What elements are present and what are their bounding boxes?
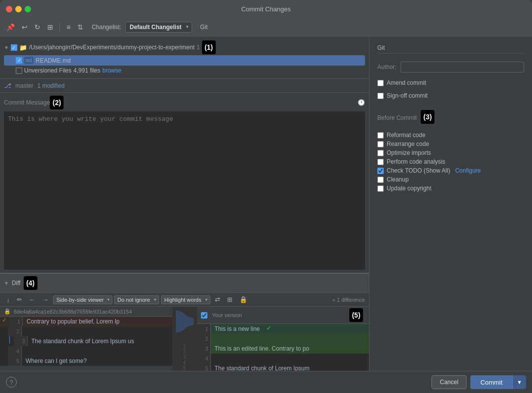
ignore-dropdown-wrapper: Do not ignore	[114, 295, 159, 304]
configure-link[interactable]: Configure	[455, 167, 481, 174]
rearrange-label[interactable]: Rearrange code	[387, 141, 429, 147]
diff-lock-button[interactable]: 🔒	[237, 295, 250, 304]
collapse-button[interactable]: ⇅	[75, 22, 86, 33]
undo-button[interactable]: ↩	[19, 22, 30, 33]
bottom-right: Cancel Commit ▼	[432, 375, 526, 389]
root-path: /Users/jahongirr/DevExperiments/dummy-pr…	[29, 44, 195, 51]
optimize-checkbox[interactable]	[377, 150, 384, 156]
cancel-button[interactable]: Cancel	[432, 375, 466, 389]
diff-edit-button[interactable]: ✏	[14, 295, 25, 304]
amend-commit-row: Amend commit	[377, 78, 524, 87]
cleanup-label[interactable]: Cleanup	[387, 176, 409, 183]
tree-root-row: ▼ ✓ 📁 /Users/jahongirr/DevExperiments/du…	[4, 39, 365, 55]
help-button[interactable]: ?	[6, 377, 17, 388]
git-tab[interactable]: Git	[200, 24, 207, 31]
history-icon[interactable]: 🕐	[358, 99, 365, 106]
optimize-label[interactable]: Optimize imports	[387, 149, 431, 156]
diff-left-button[interactable]: ←	[27, 295, 38, 304]
main-content: ▼ ✓ 📁 /Users/jahongirr/DevExperiments/du…	[0, 36, 532, 371]
unversioned-row: Unversioned Files 4,991 files browse	[4, 66, 365, 75]
highlight-dropdown[interactable]: Highlight words	[161, 295, 210, 304]
amend-commit-checkbox[interactable]	[377, 80, 384, 86]
label-1-badge: (1)	[202, 40, 216, 54]
left-line-3: │3The standard chunk of Lorem Ipsum us	[0, 336, 172, 346]
diff-split-button[interactable]: ⇄	[212, 295, 223, 304]
option-row-reformat: Reformat code	[377, 131, 524, 140]
root-count: 1	[197, 44, 200, 51]
diff-right-button[interactable]: →	[40, 295, 51, 304]
expand-arrow-icon[interactable]: ▼	[4, 45, 9, 50]
diff-toolbar: ↓ ✏ ← → Side-by-side viewer Do not ignor…	[0, 293, 369, 307]
copyright-checkbox[interactable]	[377, 185, 384, 192]
todo-checkbox[interactable]	[377, 168, 384, 174]
left-line-content-2	[22, 326, 30, 336]
readme-checkbox[interactable]: ✓	[16, 57, 22, 64]
commit-message-input[interactable]	[4, 111, 365, 270]
label-3-badge: (3)	[421, 110, 434, 124]
pin-button[interactable]: 📌	[4, 22, 17, 33]
author-label: Author:	[377, 64, 397, 71]
diff-down-button[interactable]: ↓	[4, 295, 12, 304]
rearrange-checkbox[interactable]	[377, 141, 384, 147]
cleanup-checkbox[interactable]	[377, 177, 384, 183]
right-line-content-5: The standard chunk of Lorem Ipsum	[211, 363, 314, 371]
right-line-num-3: 3	[197, 344, 211, 354]
right-panel: Git Author: Amend commit Sign-off commit…	[369, 36, 532, 371]
diff-connector: 1 2 3 4 5	[172, 307, 197, 371]
before-commit-section: Before Commit (3)	[377, 110, 524, 124]
right-header-checkbox[interactable]	[201, 312, 207, 319]
maximize-button[interactable]	[25, 6, 31, 12]
amend-commit-label[interactable]: Amend commit	[387, 79, 426, 86]
before-commit-label: Before Commit	[377, 114, 417, 121]
reformat-checkbox[interactable]	[377, 132, 384, 139]
todo-label[interactable]: Check TODO (Show All)	[387, 167, 450, 174]
window: Commit Changes 📌 ↩ ↻ ⊞ ≡ ⇅ Changelist: D…	[0, 0, 532, 393]
right-line-1: 1This is a new line✓	[197, 324, 369, 334]
left-line-1: ✓1Contrary to popular belief, Lorem Ip	[0, 317, 172, 326]
diff-label: Diff	[12, 280, 21, 286]
browse-link[interactable]: browse	[102, 67, 122, 74]
signoff-commit-checkbox[interactable]	[377, 93, 384, 99]
analysis-checkbox[interactable]	[377, 159, 384, 165]
left-line-num-5: 5	[8, 356, 22, 366]
diff-expand-icon[interactable]: ▼	[4, 281, 9, 286]
right-file-label: Your version	[212, 312, 242, 318]
changelist-dropdown[interactable]: Default Changelist	[125, 22, 192, 33]
right-line-num-1: 1	[197, 324, 211, 334]
signoff-commit-label[interactable]: Sign-off commit	[387, 92, 428, 99]
readme-row[interactable]: ✓ md README.md	[4, 55, 365, 66]
diff-left-panel: 🔒 6de4a6a4ca1e82c3b688d7656fe931ac420b31…	[0, 307, 172, 371]
right-line-content-2	[211, 334, 219, 344]
left-line-content-4	[22, 346, 30, 356]
unversioned-checkbox[interactable]	[16, 68, 22, 74]
label-2-badge: (2)	[50, 96, 64, 109]
right-git-tab[interactable]: Git	[377, 42, 524, 54]
side-by-side-dropdown[interactable]: Side-by-side viewer	[53, 295, 112, 304]
commit-dropdown-arrow[interactable]: ▼	[512, 375, 526, 389]
group-button[interactable]: ⊞	[45, 22, 56, 33]
left-panel: ▼ ✓ 📁 /Users/jahongirr/DevExperiments/du…	[0, 36, 369, 371]
label-5-badge: (5)	[349, 308, 363, 322]
diff-columns-button[interactable]: ⊞	[225, 295, 235, 304]
close-button[interactable]	[6, 6, 12, 12]
option-row-optimize: Optimize imports	[377, 148, 524, 157]
title-bar: Commit Changes	[0, 0, 532, 18]
right-line-content-4	[211, 354, 219, 363]
branch-row: ⎇ master 1 modified	[0, 79, 369, 93]
reformat-label[interactable]: Reformat code	[387, 132, 426, 139]
file-tree: ▼ ✓ 📁 /Users/jahongirr/DevExperiments/du…	[0, 36, 369, 79]
label-4-badge: (4)	[24, 276, 37, 290]
refresh-button[interactable]: ↻	[32, 22, 43, 33]
author-input[interactable]	[400, 62, 524, 72]
analysis-label[interactable]: Perform code analysis	[387, 158, 445, 165]
commit-button[interactable]: Commit	[470, 375, 512, 389]
separator	[60, 22, 60, 32]
copyright-label[interactable]: Update copyright	[387, 185, 432, 192]
expand-button[interactable]: ≡	[64, 22, 73, 33]
commit-message-area: Commit Message (2) 🕐	[0, 93, 369, 273]
ignore-dropdown[interactable]: Do not ignore	[114, 295, 159, 304]
root-checkbox[interactable]: ✓	[11, 44, 17, 51]
folder-icon: 📁	[19, 44, 27, 51]
minimize-button[interactable]	[15, 6, 22, 12]
commit-message-header: Commit Message (2) 🕐	[4, 96, 365, 109]
